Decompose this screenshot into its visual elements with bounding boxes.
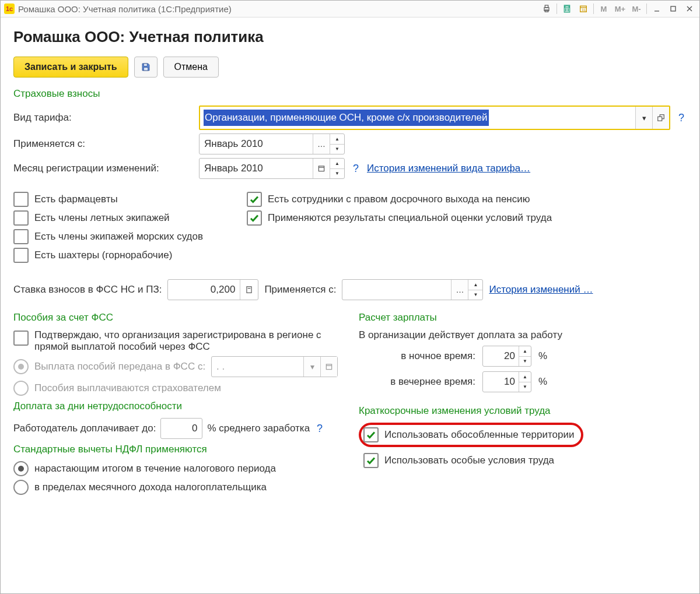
radio-fss-direct: Выплата пособий передана в ФСС с: . . ▾ [13,356,341,377]
radio-label: Выплата пособий передана в ФСС с: [34,361,205,372]
svg-rect-19 [658,117,662,121]
dropdown-button[interactable]: ▾ [635,107,652,129]
window: 1c Ромашка ООО: Учетная политика (1С:Пре… [0,0,700,594]
chk-confirm-region[interactable]: Подтверждаю, что организация зарегистрир… [13,329,341,353]
tariff-value-text: Организации, применяющие ОСН, кроме с/х … [200,107,635,129]
section-sickpay-title: Доплата за дни нетрудоспособности [13,400,341,412]
titlebar: 1c Ромашка ООО: Учетная политика (1С:Пре… [1,1,699,17]
radio-label: нарастающим итогом в течение налогового … [34,463,276,475]
memory-mplus-button[interactable]: M+ [612,2,628,15]
chk-label: Есть члены летных экипажей [34,212,170,224]
chk-flight-crew[interactable]: Есть члены летных экипажей [13,210,247,226]
ellipsis-button[interactable]: … [313,134,330,154]
svg-rect-24 [326,364,331,370]
evening-spinner[interactable]: ▲▼ [519,372,531,392]
chk-special-assessment[interactable]: Применяются результаты специальной оценк… [247,210,687,226]
chk-pharmacists[interactable]: Есть фармацевты [13,192,247,207]
applied-from-field[interactable]: Январь 2010 … ▲▼ [199,133,345,154]
chk-label: Есть члены экипажей морских судов [34,231,203,242]
svg-text:31: 31 [582,8,586,12]
memory-m-button[interactable]: M [596,2,611,15]
calculator-icon[interactable] [559,2,575,15]
radio-insurer-pays: Пособия выплачиваются страхователем [13,381,341,396]
open-select-button[interactable] [652,107,669,129]
month-spinner[interactable]: ▲▼ [330,159,344,178]
svg-rect-16 [144,64,147,66]
fss-applied-from-label: Применяется с: [264,284,336,296]
fss-direct-date-value: . . [212,357,303,377]
chk-label: Есть сотрудники с правом досрочного выхо… [268,194,530,205]
svg-point-8 [568,10,568,11]
payroll-intro: В организации действует доплата за работ… [359,329,687,341]
radio-ndfl-monthly[interactable]: в пределах месячного дохода налогоплател… [13,480,341,495]
section-insurance-title: Страховые взносы [13,88,687,100]
evening-label: в вечернее время: [359,376,475,388]
memory-mminus-button[interactable]: M- [629,2,644,15]
calendar-button[interactable] [313,159,330,178]
fss-direct-date: . . ▾ [211,356,338,377]
applied-from-value: Январь 2010 [200,134,313,154]
help-icon[interactable]: ? [676,112,687,124]
radio-ndfl-accrued[interactable]: нарастающим итогом в течение налогового … [13,461,341,476]
fss-applied-from-value [342,280,451,300]
print-icon[interactable] [539,2,554,15]
highlighted-option: Использовать обособленные территории [359,423,583,447]
month-spinner[interactable]: ▲▼ [468,280,482,300]
ellipsis-button[interactable]: … [451,280,468,300]
tariff-field[interactable]: Организации, применяющие ОСН, кроме с/х … [199,106,670,130]
chk-label: Подтверждаю, что организация зарегистрир… [34,329,341,353]
chk-label: Использовать обособленные территории [384,429,574,441]
chk-sea-crew[interactable]: Есть члены экипажей морских судов [13,229,247,244]
chk-label: Есть шахтеры (горнорабочие) [34,249,172,261]
help-icon[interactable]: ? [314,423,325,435]
fss-rate-field[interactable]: 0,200 [167,279,258,300]
month-spinner[interactable]: ▲▼ [330,134,344,154]
calendar-button [320,357,337,377]
maximize-button[interactable] [666,2,681,15]
fss-history-link[interactable]: История изменений … [489,284,593,296]
pct-label: % [538,376,547,388]
save-close-button[interactable]: Записать и закрыть [13,57,128,78]
chk-special-conditions[interactable]: Использовать особые условия труда [363,453,687,468]
reg-month-field[interactable]: Январь 2010 ▲▼ [199,158,345,179]
close-button[interactable] [682,2,697,15]
night-value-field[interactable]: 20 ▲▼ [482,346,531,367]
app-logo: 1c [4,3,15,14]
chk-label: Применяются результаты специальной оценк… [268,212,552,224]
window-title: Ромашка ООО: Учетная политика (1С:Предпр… [18,4,232,14]
reg-month-value: Январь 2010 [200,159,313,178]
fss-applied-from-field[interactable]: … ▲▼ [342,279,483,300]
chk-miners[interactable]: Есть шахтеры (горнорабочие) [13,248,247,263]
calculator-button[interactable] [240,280,258,300]
radio-label: в пределах месячного дохода налогоплател… [34,481,267,493]
dropdown-button: ▾ [303,357,320,377]
fss-rate-label: Ставка взносов в ФСС НС и ПЗ: [13,284,162,296]
svg-point-6 [568,9,568,9]
svg-rect-20 [318,166,324,171]
section-fss-benefits-title: Пособия за счет ФСС [13,312,341,324]
tariff-history-link[interactable]: История изменений вида тарифа… [367,163,530,174]
section-ndfl-title: Стандартные вычеты НДФЛ применяются [13,444,341,455]
section-conditions-title: Краткосрочные изменения условий труда [359,405,687,417]
svg-rect-17 [144,68,148,71]
svg-rect-22 [247,287,251,293]
evening-value-field[interactable]: 10 ▲▼ [482,371,531,392]
night-value: 20 [483,346,519,366]
sickpay-label: Работодатель доплачивает до: [13,423,156,434]
chk-label: Использовать особые условия труда [384,455,554,466]
applied-from-label: Применяется с: [13,138,193,150]
cancel-button[interactable]: Отмена [163,57,219,78]
chk-early-pension[interactable]: Есть сотрудники с правом досрочного выхо… [247,192,687,207]
calendar-icon[interactable]: 31 [576,2,591,15]
save-button[interactable] [134,57,158,78]
content-area: Ромашка ООО: Учетная политика Записать и… [1,17,699,510]
svg-point-7 [565,10,566,11]
help-icon[interactable]: ? [351,163,361,175]
evening-value: 10 [483,372,519,392]
night-spinner[interactable]: ▲▼ [519,346,531,366]
fss-rate-value: 0,200 [168,280,240,300]
chk-territories[interactable]: Использовать обособленные территории [363,427,574,442]
night-label: в ночное время: [359,350,475,362]
sickpay-field[interactable]: 0 [160,418,202,439]
minimize-button[interactable] [649,2,664,15]
